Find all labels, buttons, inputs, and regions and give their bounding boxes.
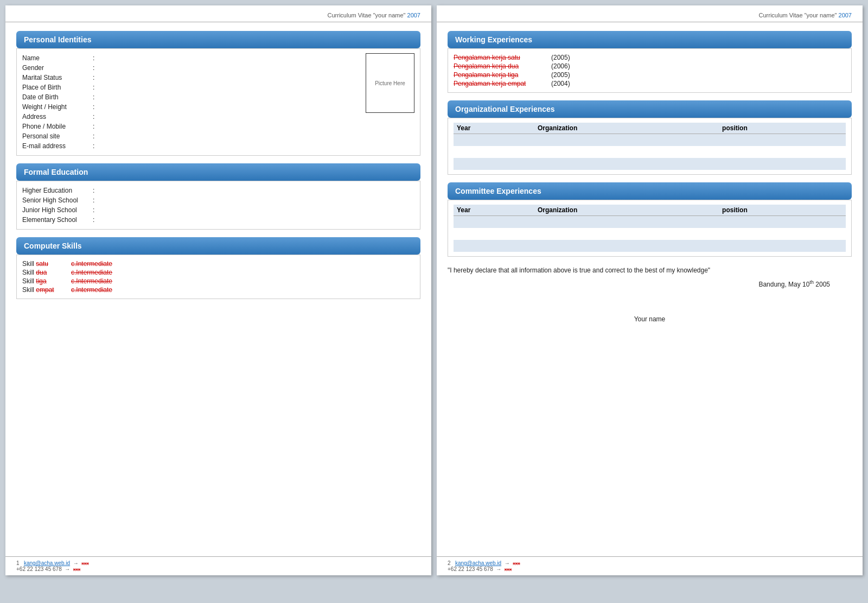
page-2-header-text: Curriculum Vitae "your name" xyxy=(759,12,837,18)
field-marital: Marital Status : xyxy=(22,73,357,82)
field-senior-high: Senior High School : xyxy=(22,195,414,205)
committee-row-2 xyxy=(454,228,846,240)
page-1-header-year: 2007 xyxy=(407,12,420,18)
working-exp-row-3: Pengalaman kerja tiga (2005) xyxy=(454,71,846,79)
footer-strike-2: xxx xyxy=(513,561,520,566)
page-2-num: 2 xyxy=(448,560,451,566)
signature-date: Bandung, May 10th 2005 xyxy=(448,280,830,288)
declaration-text: "I hereby declare that all information a… xyxy=(448,265,852,275)
org-row-3 xyxy=(454,158,846,170)
page-2-header-year: 2007 xyxy=(839,12,852,18)
picture-label: Picture Here xyxy=(375,80,405,86)
organizational-experiences-title: Organizational Experiences xyxy=(448,100,852,118)
org-table: Year Organization position xyxy=(454,123,846,170)
footer-strike-1: xxx xyxy=(81,561,89,566)
personal-identities-title: Personal Identities xyxy=(16,31,420,48)
field-phone: Phone / Mobile : xyxy=(22,122,357,131)
skill-row-2: Skill dua c.Intermediate xyxy=(22,268,414,277)
footer-link-1[interactable]: kang@acha.web.id xyxy=(24,560,70,566)
working-experiences-body: Pengalaman kerja satu (2005) Pengalaman … xyxy=(448,48,852,93)
committee-experiences-title: Committee Experiences xyxy=(448,182,852,200)
personal-identities-section: Personal Identities Name : Gender : xyxy=(16,31,420,156)
personal-identities-content: Name : Gender : Marital Status xyxy=(22,53,414,151)
page-1: Curriculum Vitae "your name" 2007 Person… xyxy=(5,5,431,575)
org-col-year: Year xyxy=(454,123,534,134)
field-elementary: Elementary School : xyxy=(22,215,414,225)
footer-phone-2: +62 22 123 45 678 xyxy=(448,566,493,572)
footer-phone-1: +62 22 123 45 678 xyxy=(16,566,62,572)
committee-col-org: Organization xyxy=(534,205,719,216)
committee-col-year: Year xyxy=(454,205,534,216)
committee-col-pos: position xyxy=(719,205,846,216)
organizational-experiences-body: Year Organization position xyxy=(448,118,852,175)
field-higher-ed: Higher Education : xyxy=(22,186,414,195)
field-weight-height: Weight / Height : xyxy=(22,102,357,112)
page-1-header-text: Curriculum Vitae "your name" xyxy=(328,12,406,18)
working-experiences-section: Working Experiences Pengalaman kerja sat… xyxy=(448,31,852,93)
signature-name: Your name xyxy=(448,315,852,323)
field-address: Address : xyxy=(22,112,357,122)
personal-identities-body: Name : Gender : Marital Status xyxy=(16,48,420,156)
page-2-header: Curriculum Vitae "your name" 2007 xyxy=(437,5,863,22)
pages-container: Curriculum Vitae "your name" 2007 Person… xyxy=(5,5,863,575)
working-exp-row-2: Pengalaman kerja dua (2006) xyxy=(454,62,846,71)
footer-phone-strike-2: xxx xyxy=(505,567,512,572)
field-personal-site: Personal site : xyxy=(22,131,357,141)
committee-row-3 xyxy=(454,240,846,252)
footer-link-2[interactable]: kang@acha.web.id xyxy=(455,560,501,566)
org-row-1 xyxy=(454,134,846,147)
page-2-footer: 2 kang@acha.web.id → xxx +62 22 123 45 6… xyxy=(437,556,863,575)
org-table-header: Year Organization position xyxy=(454,123,846,134)
page-1-footer: 1 kang@acha.web.id → xxx +62 22 123 45 6… xyxy=(5,556,431,575)
field-gender: Gender : xyxy=(22,63,357,73)
field-place-birth: Place of Birth : xyxy=(22,82,357,92)
footer-phone-strike-1: xxx xyxy=(73,567,81,572)
computer-skills-body: Skill satu c.Intermediate Skill dua c.In… xyxy=(16,255,420,299)
page-1-content: Personal Identities Name : Gender : xyxy=(5,27,431,556)
page-2: Curriculum Vitae "your name" 2007 Workin… xyxy=(437,5,863,575)
org-col-org: Organization xyxy=(534,123,719,134)
working-exp-row-4: Pengalaman kerja empat (2004) xyxy=(454,79,846,88)
field-junior-high: Junior High School : xyxy=(22,205,414,215)
picture-box: Picture Here xyxy=(366,53,414,113)
committee-table: Year Organization position xyxy=(454,205,846,252)
committee-experiences-body: Year Organization position xyxy=(448,200,852,257)
committee-table-header: Year Organization position xyxy=(454,205,846,216)
org-row-2 xyxy=(454,146,846,158)
working-experiences-title: Working Experiences xyxy=(448,31,852,48)
date-text: Bandung, May 10th 2005 xyxy=(758,281,830,288)
page-2-content: Working Experiences Pengalaman kerja sat… xyxy=(437,27,863,556)
formal-education-body: Higher Education : Senior High School : … xyxy=(16,181,420,230)
declaration-quote: "I hereby declare that all information a… xyxy=(448,266,710,274)
field-name: Name : xyxy=(22,53,357,63)
skill-row-4: Skill empat c.Intermediate xyxy=(22,285,414,294)
skill-row-1: Skill satu c.Intermediate xyxy=(22,259,414,268)
computer-skills-title: Computer Skills xyxy=(16,237,420,255)
skill-row-3: Skill tiga c.Intermediate xyxy=(22,277,414,285)
committee-experiences-section: Committee Experiences Year Organization … xyxy=(448,182,852,257)
computer-skills-section: Computer Skills Skill satu c.Intermediat… xyxy=(16,237,420,299)
formal-education-title: Formal Education xyxy=(16,163,420,181)
committee-row-1 xyxy=(454,216,846,228)
page-1-header: Curriculum Vitae "your name" 2007 xyxy=(5,5,431,22)
personal-fields: Name : Gender : Marital Status xyxy=(22,53,357,151)
organizational-experiences-section: Organizational Experiences Year Organiza… xyxy=(448,100,852,175)
page-1-num: 1 xyxy=(16,560,20,566)
field-date-birth: Date of Birth : xyxy=(22,92,357,102)
org-col-pos: position xyxy=(719,123,846,134)
field-email: E-mail address : xyxy=(22,141,357,151)
working-exp-row-1: Pengalaman kerja satu (2005) xyxy=(454,53,846,62)
formal-education-section: Formal Education Higher Education : Seni… xyxy=(16,163,420,230)
